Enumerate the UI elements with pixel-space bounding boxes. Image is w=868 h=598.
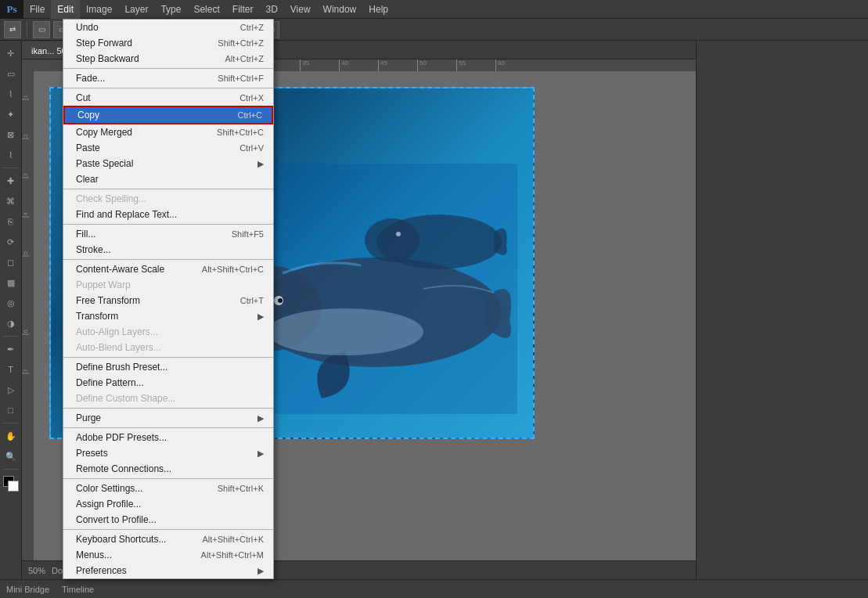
dd-item-shortcut: Alt+Shift+Ctrl+M (201, 550, 264, 560)
menu-edit[interactable]: Edit (51, 0, 80, 19)
dd-item-free-transform[interactable]: Free TransformCtrl+T (63, 293, 273, 308)
dd-item-preferences[interactable]: Preferences▶ (63, 563, 273, 578)
tool-hand[interactable]: ✋ (2, 427, 20, 445)
dd-item-undo[interactable]: UndoCtrl+Z (63, 20, 273, 35)
tool-shape[interactable]: □ (2, 401, 20, 420)
dd-item-label: Preferences (76, 565, 127, 576)
dd-item-assign-profile---[interactable]: Assign Profile... (63, 496, 273, 512)
dd-separator-3 (63, 88, 273, 88)
menu-type[interactable]: Type (154, 0, 187, 19)
dd-item-remote-connections---[interactable]: Remote Connections... (63, 461, 273, 477)
tool-zoom[interactable]: 🔍 (2, 447, 20, 466)
dd-item-auto-align-layers---: Auto-Align Layers... (63, 324, 273, 340)
dd-item-label: Keyboard Shortcuts... (76, 534, 166, 545)
dd-item-fill---[interactable]: Fill...Shift+F5 (63, 226, 273, 242)
tool-pen[interactable]: ✒ (2, 340, 20, 358)
dd-item-copy-merged[interactable]: Copy MergedShift+Ctrl+C (63, 124, 273, 140)
tool-blur[interactable]: ◎ (2, 294, 20, 312)
dd-item-auto-blend-layers---: Auto-Blend Layers... (63, 340, 273, 355)
menu-3d[interactable]: 3D (259, 0, 283, 19)
dd-item-label: Adobe PDF Presets... (76, 432, 167, 443)
ruler-tick-v-2: 2 (22, 134, 29, 139)
dd-item-label: Find and Replace Text... (76, 209, 177, 220)
dd-item-adobe-pdf-presets---[interactable]: Adobe PDF Presets... (63, 430, 273, 445)
tool-text[interactable]: T (2, 360, 20, 379)
svg-point-11 (396, 232, 401, 236)
dd-item-shortcut: ▶ (258, 312, 264, 322)
tool-path-select[interactable]: ▷ (2, 380, 20, 399)
dd-item-convert-to-profile---[interactable]: Convert to Profile... (63, 512, 273, 528)
bottom-bar: Mini Bridge Timeline (0, 579, 868, 598)
dd-item-transform[interactable]: Transform▶ (63, 308, 273, 324)
dd-item-find-and-replace-text---[interactable]: Find and Replace Text... (63, 207, 273, 222)
tool-lasso[interactable]: ⌇ (2, 85, 20, 103)
dd-item-shortcut: Alt+Shift+Ctrl+C (202, 265, 264, 274)
dd-item-clear[interactable]: Clear (63, 171, 273, 187)
dd-item-label: Purge (76, 412, 101, 423)
timeline-label[interactable]: Timeline (62, 585, 94, 594)
tool-crop[interactable]: ⊠ (2, 125, 20, 144)
menu-file[interactable]: File (23, 0, 51, 19)
tool-sep-3 (3, 423, 19, 423)
dd-item-shortcut: Shift+Ctrl+K (218, 484, 264, 493)
dd-item-copy[interactable]: CopyCtrl+C (63, 106, 273, 124)
mini-bridge-label[interactable]: Mini Bridge (6, 585, 49, 594)
dd-item-presets[interactable]: Presets▶ (63, 445, 273, 461)
tool-brush[interactable]: ⌘ (2, 192, 20, 211)
menu-select[interactable]: Select (187, 0, 225, 19)
menu-layer[interactable]: Layer (118, 0, 154, 19)
dd-item-label: Define Brush Preset... (76, 362, 167, 373)
tool-healing[interactable]: ✚ (2, 171, 20, 190)
dd-item-define-pattern---[interactable]: Define Pattern... (63, 375, 273, 391)
dd-item-check-spelling---: Check Spelling... (63, 191, 273, 207)
dd-item-menus---[interactable]: Menus...Alt+Shift+Ctrl+M (63, 547, 273, 563)
menu-image[interactable]: Image (80, 0, 118, 19)
menu-help[interactable]: Help (362, 0, 394, 19)
dd-item-color-settings---[interactable]: Color Settings...Shift+Ctrl+K (63, 481, 273, 496)
dd-item-purge[interactable]: Purge▶ (63, 410, 273, 426)
tool-eyedropper[interactable]: ⌇ (2, 146, 20, 164)
dd-item-step-backward[interactable]: Step BackwardAlt+Ctrl+Z (63, 51, 273, 67)
ruler-tick-v-1: 1 (22, 95, 29, 99)
dd-item-paste-special[interactable]: Paste Special▶ (63, 156, 273, 171)
tool-gradient[interactable]: ▦ (2, 273, 20, 292)
tool-stamp[interactable]: ⎘ (2, 212, 20, 231)
toolbar-btn-1[interactable]: ⇄ (4, 21, 21, 38)
dd-item-step-forward[interactable]: Step ForwardShift+Ctrl+Z (63, 35, 273, 51)
background-color[interactable] (8, 481, 19, 492)
dd-item-cut[interactable]: CutCtrl+X (63, 90, 273, 106)
dd-item-shortcut: Ctrl+C (238, 110, 262, 120)
menu-filter[interactable]: Filter (226, 0, 260, 19)
tool-eraser[interactable]: ◻ (2, 253, 20, 272)
dd-item-content-aware-scale[interactable]: Content-Aware ScaleAlt+Shift+Ctrl+C (63, 261, 273, 277)
dd-item-shortcut: Ctrl+Z (240, 23, 264, 32)
tool-dodge[interactable]: ◑ (2, 314, 20, 333)
dd-item-label: Presets (76, 448, 108, 459)
ruler-corner (22, 59, 34, 71)
ruler-tick-h-9: 45 (378, 59, 387, 71)
menu-window[interactable]: Window (317, 0, 363, 19)
tool-sep-4 (3, 469, 19, 470)
toolbar-btn-2[interactable]: ▭ (33, 21, 50, 38)
dd-item-keyboard-shortcuts---[interactable]: Keyboard Shortcuts...Alt+Shift+Ctrl+K (63, 531, 273, 547)
color-swatch[interactable] (3, 476, 19, 492)
dd-item-label: Stroke... (76, 244, 111, 255)
dd-separator-23 (63, 427, 273, 428)
dd-item-shortcut: Shift+Ctrl+Z (218, 38, 264, 48)
menu-view[interactable]: View (284, 0, 317, 19)
ruler-tick-h-10: 50 (417, 59, 427, 71)
tool-magic-wand[interactable]: ✦ (2, 105, 20, 124)
svg-point-5 (278, 298, 283, 303)
dd-item-label: Fill... (76, 229, 95, 240)
dd-item-shortcut: Alt+Ctrl+Z (225, 54, 264, 63)
dd-item-define-brush-preset---[interactable]: Define Brush Preset... (63, 359, 273, 375)
ruler-tick-v-4: 4 (22, 212, 29, 217)
tool-history[interactable]: ⟳ (2, 232, 20, 251)
dd-item-fade---[interactable]: Fade...Shift+Ctrl+F (63, 70, 273, 86)
dd-item-stroke---[interactable]: Stroke... (63, 242, 273, 258)
tool-move[interactable]: ✛ (2, 44, 20, 63)
right-panel (696, 41, 868, 579)
tool-select-rect[interactable]: ▭ (2, 64, 20, 83)
dd-item-shortcut: Shift+Ctrl+C (217, 128, 264, 137)
dd-item-paste[interactable]: PasteCtrl+V (63, 140, 273, 156)
